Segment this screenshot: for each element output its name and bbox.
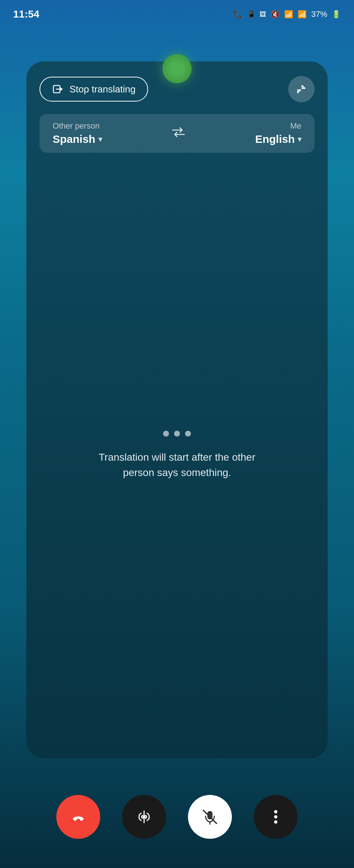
translation-card: Stop translating Other person Spanish ▾	[26, 61, 328, 758]
other-language-value: Spanish	[53, 133, 95, 145]
exit-icon	[52, 83, 64, 95]
language-selector-row: Other person Spanish ▾ Me English ▾	[39, 114, 315, 153]
waiting-message: Translation will start after the other p…	[86, 450, 268, 480]
mute-icon: 🔇	[271, 10, 280, 19]
image-icon: 🖼	[260, 11, 266, 18]
me-lang-group: Me English ▾	[255, 121, 301, 145]
call-controls	[0, 795, 354, 839]
my-language-selector[interactable]: English ▾	[255, 133, 301, 145]
phone-icon: 📱	[247, 10, 255, 18]
status-bar: 11:54 📞 📱 🖼 🔇 📶 📶 37% 🔋	[0, 0, 354, 26]
other-person-lang-group: Other person Spanish ▾	[53, 121, 102, 145]
dot-1	[163, 431, 169, 437]
other-language-selector[interactable]: Spanish ▾	[53, 133, 102, 145]
content-area: Translation will start after the other p…	[39, 167, 315, 744]
caller-avatar	[162, 54, 192, 83]
my-language-value: English	[255, 133, 295, 145]
dot-3	[185, 431, 191, 437]
me-label: Me	[290, 121, 301, 131]
stop-translating-label: Stop translating	[69, 84, 136, 95]
stop-translating-button[interactable]: Stop translating	[39, 77, 148, 102]
battery-icon: 🔋	[332, 10, 341, 19]
collapse-button[interactable]	[288, 76, 315, 102]
signal-icon: 📶	[298, 10, 307, 19]
other-language-chevron-icon: ▾	[98, 135, 102, 144]
wifi-icon: 📶	[284, 10, 293, 19]
waiting-dots	[163, 431, 191, 437]
other-person-label: Other person	[53, 121, 99, 131]
speaker-button[interactable]	[122, 795, 166, 839]
swap-languages-icon[interactable]	[171, 127, 186, 140]
battery-text: 37%	[311, 9, 327, 19]
status-icons: 📞 📱 🖼 🔇 📶 📶 37% 🔋	[233, 9, 341, 19]
dot-2	[174, 431, 180, 437]
more-options-icon	[274, 808, 278, 826]
svg-point-13	[274, 821, 278, 824]
mute-button[interactable]	[188, 795, 232, 839]
svg-point-8	[143, 815, 146, 818]
mute-icon	[201, 808, 219, 826]
end-call-button[interactable]	[56, 795, 100, 839]
speaker-icon	[135, 808, 153, 826]
collapse-icon	[295, 83, 308, 96]
more-options-button[interactable]	[254, 795, 298, 839]
svg-point-11	[274, 810, 278, 814]
svg-point-12	[274, 815, 278, 819]
phone-call-icon: 📞	[233, 9, 243, 19]
status-time: 11:54	[13, 8, 39, 20]
end-call-icon	[69, 808, 87, 826]
my-language-chevron-icon: ▾	[298, 135, 301, 144]
